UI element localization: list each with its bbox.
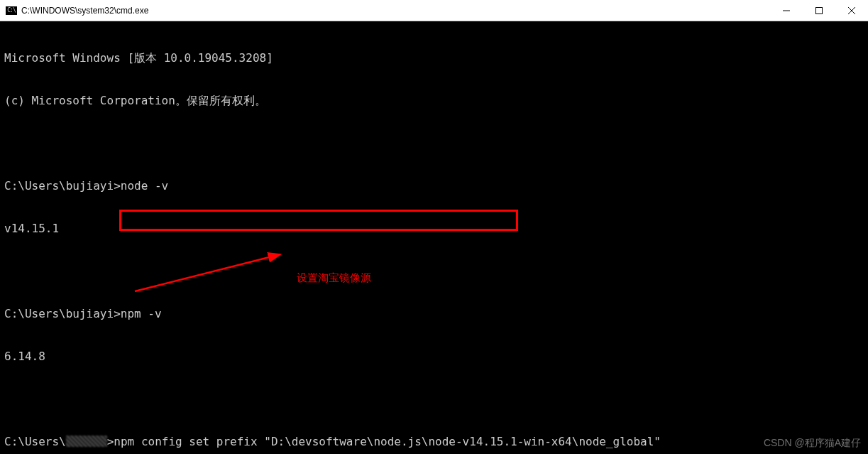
prompt: C:\Users\bujiayi> xyxy=(4,307,121,320)
prompt-suffix: > xyxy=(107,435,114,448)
terminal-body[interactable]: Microsoft Windows [版本 10.0.19045.3208] (… xyxy=(0,21,868,454)
terminal-line: C:\Users\bujiayi>node -v xyxy=(4,179,868,193)
terminal-line xyxy=(4,136,868,151)
watermark: CSDN @程序猫A建仔 xyxy=(764,437,861,450)
terminal-line: Microsoft Windows [版本 10.0.19045.3208] xyxy=(4,51,868,65)
terminal-line: v14.15.1 xyxy=(4,222,868,236)
command-text: node -v xyxy=(121,179,168,193)
minimize-button[interactable] xyxy=(770,0,803,21)
annotation-label: 设置淘宝镜像源 xyxy=(297,271,371,285)
terminal-line: C:\Users\bujiayi>npm -v xyxy=(4,307,868,321)
cmd-icon: C:\ xyxy=(6,6,17,15)
terminal-line xyxy=(4,392,868,406)
window-title: C:\WINDOWS\system32\cmd.exe xyxy=(21,6,770,16)
window-controls xyxy=(770,0,868,21)
command-text: npm -v xyxy=(121,307,162,320)
terminal-line: C:\Users\>npm config set prefix "D:\devs… xyxy=(4,435,868,449)
censored-username xyxy=(66,436,107,447)
maximize-icon xyxy=(815,7,823,14)
maximize-button[interactable] xyxy=(803,0,835,21)
minimize-icon xyxy=(783,7,790,14)
prompt-prefix: C:\Users\ xyxy=(4,435,66,448)
prompt: C:\Users\bujiayi> xyxy=(4,179,121,193)
window-titlebar: C:\ C:\WINDOWS\system32\cmd.exe xyxy=(0,0,868,21)
command-text: npm config set prefix "D:\devsoftware\no… xyxy=(114,435,661,448)
close-icon xyxy=(848,7,855,14)
terminal-line: 6.14.8 xyxy=(4,350,868,364)
close-button[interactable] xyxy=(835,0,868,21)
svg-rect-1 xyxy=(816,7,823,13)
terminal-line: (c) Microsoft Corporation。保留所有权利。 xyxy=(4,94,868,108)
terminal-line xyxy=(4,264,868,279)
